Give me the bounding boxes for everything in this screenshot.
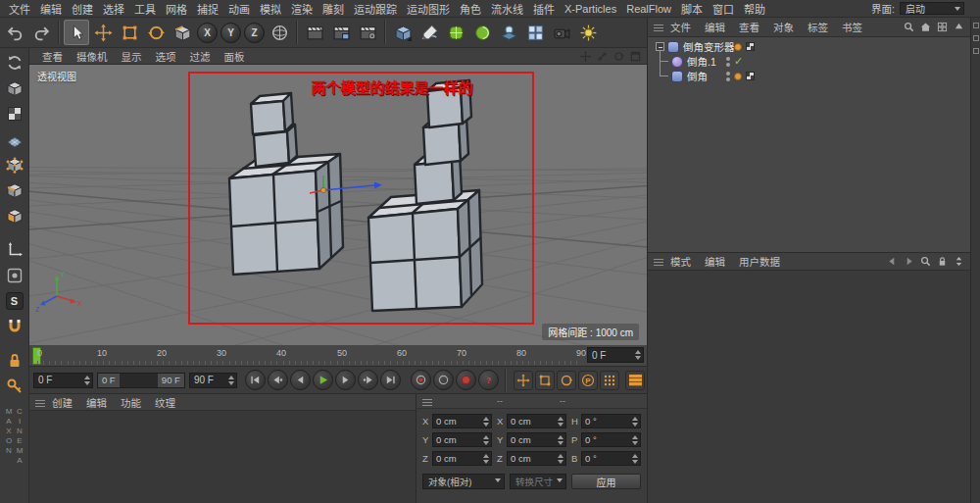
menu-item-plugins[interactable]: 插件 — [528, 1, 560, 17]
am-menu-edit[interactable]: 编辑 — [698, 254, 732, 269]
om-menu-tags[interactable]: 标签 — [801, 20, 835, 34]
coordinate-mode-dropdown[interactable]: 对象(相对) — [422, 474, 505, 489]
prev-frame-button[interactable] — [290, 370, 311, 390]
panel-grip-icon[interactable] — [35, 398, 45, 407]
menu-item-tools[interactable]: 工具 — [129, 1, 161, 17]
viewport-menu-panel[interactable]: 面板 — [218, 49, 252, 64]
rotation-h-field[interactable]: H0 ° — [571, 414, 641, 428]
texture-tag-icon[interactable] — [746, 42, 755, 51]
size-mode-dropdown[interactable]: 转换尺寸 — [510, 474, 566, 489]
play-button[interactable] — [313, 370, 333, 390]
key-tool-button[interactable] — [3, 375, 26, 398]
preview-range-slider[interactable]: 0 F 90 F — [97, 373, 185, 388]
menu-item-file[interactable]: 文件 — [4, 1, 35, 17]
panel-grip-icon[interactable] — [422, 397, 432, 406]
home-icon[interactable] — [920, 22, 931, 32]
om-menu-objects[interactable]: 对象 — [766, 20, 801, 34]
animation-palette-button[interactable] — [625, 371, 645, 390]
coordinates-header-size[interactable]: -- — [497, 396, 503, 406]
snapping-toggle-button[interactable] — [3, 315, 26, 338]
object-row-bevel-deformer[interactable]: 倒角变形器 — [648, 39, 970, 54]
menu-item-x-particles[interactable]: X-Particles — [560, 3, 621, 15]
menu-item-motion-tracker[interactable]: 运动跟踪 — [349, 1, 402, 17]
spinner[interactable] — [632, 454, 638, 464]
generator-button[interactable] — [469, 20, 495, 45]
spinner[interactable] — [228, 376, 234, 385]
frame-display-field[interactable]: 0 F — [587, 347, 644, 363]
snap-mode-button[interactable]: S — [3, 289, 26, 313]
maximize-view-icon[interactable] — [630, 51, 641, 62]
viewport-solo-button[interactable] — [3, 264, 26, 287]
next-key-button[interactable] — [358, 370, 378, 390]
viewport-menu-display[interactable]: 显示 — [115, 49, 149, 64]
spinner[interactable] — [632, 435, 638, 445]
interface-dropdown[interactable]: 启动 — [900, 2, 964, 15]
visibility-dots[interactable] — [726, 57, 730, 67]
menu-item-simulate[interactable]: 模拟 — [255, 1, 286, 17]
menu-item-create[interactable]: 创建 — [67, 1, 98, 17]
rotate-view-icon[interactable] — [613, 51, 624, 62]
history-back-icon[interactable] — [887, 256, 898, 267]
position-z-field[interactable]: Z0 cm — [422, 451, 492, 466]
goto-end-button[interactable] — [380, 370, 401, 390]
array-button[interactable] — [522, 20, 548, 45]
position-y-field[interactable]: Y0 cm — [422, 432, 492, 447]
z-axis-lock-button[interactable]: Z — [244, 23, 265, 43]
spinner[interactable] — [483, 435, 489, 445]
history-forward-icon[interactable] — [904, 256, 914, 267]
spinner[interactable] — [483, 454, 489, 464]
spinner[interactable] — [558, 417, 564, 427]
prev-key-button[interactable] — [268, 370, 288, 390]
menu-item-edit[interactable]: 编辑 — [35, 1, 67, 17]
visibility-dots[interactable] — [726, 42, 730, 52]
add-primitive-cube-button[interactable] — [390, 20, 416, 45]
model-mode-button[interactable] — [3, 76, 26, 100]
search-icon[interactable] — [920, 256, 931, 267]
rotation-b-field[interactable]: B0 ° — [571, 451, 641, 466]
range-start-handle[interactable]: 0 F — [98, 374, 120, 387]
attribute-manager-content[interactable] — [648, 271, 970, 503]
am-menu-user-data[interactable]: 用户数据 — [732, 254, 787, 269]
menu-item-select[interactable]: 选择 — [98, 1, 129, 17]
coordinates-header-rotation[interactable]: -- — [560, 396, 565, 406]
menu-item-mesh[interactable]: 网格 — [161, 1, 192, 17]
menu-item-help[interactable]: 帮助 — [739, 1, 770, 17]
enable-dot-icon[interactable] — [734, 43, 742, 51]
position-keyframe-toggle[interactable] — [514, 371, 533, 390]
spinner[interactable] — [632, 417, 638, 427]
visibility-dots[interactable] — [726, 72, 730, 81]
view-label[interactable]: 透视视图 — [37, 69, 76, 83]
undo-button[interactable] — [2, 20, 27, 45]
subdivision-surface-button[interactable] — [443, 20, 468, 45]
om-menu-file[interactable]: 文件 — [663, 20, 698, 34]
select-tool-button[interactable] — [64, 20, 89, 45]
autokeying-button[interactable] — [456, 370, 476, 390]
menu-item-script[interactable]: 脚本 — [676, 1, 708, 17]
scale-keyframe-toggle[interactable] — [535, 371, 555, 390]
object-manager-tree[interactable]: 倒角变形器 倒角.1 ✓ 倒角 — [648, 37, 970, 253]
sort-icon[interactable] — [954, 256, 964, 267]
om-menu-bookmarks[interactable]: 书签 — [835, 20, 869, 34]
size-z-field[interactable]: Z0 cm — [497, 451, 566, 466]
texture-mode-button[interactable] — [3, 102, 26, 126]
spinner[interactable] — [483, 417, 489, 427]
rotation-p-field[interactable]: P0 ° — [571, 432, 641, 447]
object-row-bevel[interactable]: 倒角 — [648, 69, 970, 83]
menu-item-realflow[interactable]: RealFlow — [621, 3, 676, 15]
next-frame-button[interactable] — [335, 370, 356, 390]
spinner[interactable] — [558, 454, 564, 464]
layers-icon[interactable] — [937, 22, 948, 32]
panel-grip-icon[interactable] — [654, 23, 663, 31]
layout-tab-icon[interactable] — [973, 35, 979, 41]
rotation-keyframe-toggle[interactable] — [557, 371, 576, 390]
environment-button[interactable] — [496, 20, 521, 45]
pla-keyframe-toggle[interactable] — [600, 371, 619, 390]
keyframe-selection-button[interactable] — [433, 370, 454, 390]
collapse-icon[interactable] — [656, 42, 664, 51]
coordinate-system-button[interactable] — [267, 20, 292, 45]
enable-dot-icon[interactable] — [734, 73, 742, 80]
spinner[interactable] — [635, 350, 641, 360]
viewport-menu-options[interactable]: 选项 — [149, 49, 183, 64]
perspective-viewport[interactable]: X Y Z 两个模型的结果是一样的 透视视图 网格间距 : 1000 cm — [29, 65, 647, 345]
om-menu-edit[interactable]: 编辑 — [698, 20, 732, 34]
